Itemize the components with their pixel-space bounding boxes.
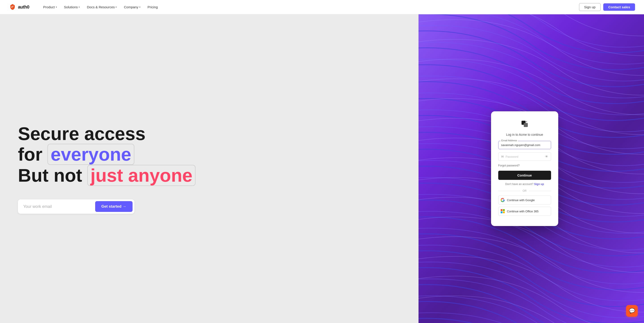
auth-signup-text: Don't have an account? Sign up — [498, 182, 551, 186]
nav-product-label: Product — [43, 5, 55, 9]
headline-part3: But not — [18, 165, 82, 186]
nav-solutions[interactable]: Solutions ▾ — [61, 3, 83, 11]
eye-icon[interactable]: 👁 — [545, 155, 548, 158]
get-started-button[interactable]: Get started → — [95, 201, 132, 212]
headline-just-anyone: just anyone — [87, 165, 196, 186]
navbar: auth0 Product ▾ Solutions ▾ Docs & Resou… — [0, 0, 644, 14]
nav-docs[interactable]: Docs & Resources ▾ — [84, 3, 120, 11]
headline-part1: Secure access — [18, 124, 146, 144]
svg-rect-5 — [501, 212, 502, 213]
hero-right: Log in to Acme to continue Email Address… — [418, 14, 644, 323]
contact-sales-button[interactable]: Contact sales — [603, 3, 635, 11]
chevron-down-icon: ▾ — [116, 6, 117, 8]
svg-rect-4 — [503, 209, 505, 211]
nav-pricing[interactable]: Pricing — [144, 3, 161, 11]
signup-link[interactable]: Sign up — [534, 182, 544, 186]
auth-card: Log in to Acme to continue Email Address… — [491, 111, 558, 226]
nav-solutions-label: Solutions — [64, 5, 78, 9]
svg-point-2 — [526, 121, 527, 122]
chat-button[interactable]: 💬 — [626, 305, 638, 317]
office365-button-label: Continue with Office 365 — [507, 210, 538, 213]
divider-line-right — [529, 191, 551, 191]
forgot-password-link[interactable]: Forgot password? — [498, 164, 551, 167]
nav-docs-label: Docs & Resources — [87, 5, 115, 9]
chat-icon: 💬 — [629, 308, 635, 314]
password-wrapper: ✉ Password 👁 — [498, 152, 551, 161]
work-email-input[interactable] — [23, 202, 95, 211]
continue-button[interactable]: Continue — [498, 171, 551, 180]
chevron-down-icon: ▾ — [139, 6, 140, 8]
svg-rect-6 — [503, 212, 505, 213]
hero-headline: Secure access for everyone But not just … — [18, 124, 400, 186]
headline-everyone: everyone — [48, 144, 134, 165]
svg-rect-3 — [501, 209, 502, 211]
office365-icon — [501, 209, 505, 213]
continue-with-office365-button[interactable]: Continue with Office 365 — [498, 207, 551, 216]
signup-button[interactable]: Sign up — [579, 3, 601, 11]
hero-left: Secure access for everyone But not just … — [0, 14, 418, 323]
auth-card-logo — [498, 120, 551, 129]
auth-divider: OR — [498, 189, 551, 192]
divider-line-left — [498, 191, 520, 191]
google-button-label: Continue with Google — [507, 198, 535, 202]
nav-company-label: Company — [124, 5, 138, 9]
no-account-text: Don't have an account? — [505, 182, 534, 186]
headline-part2: for — [18, 144, 42, 164]
nav-product[interactable]: Product ▾ — [40, 3, 60, 11]
divider-text: OR — [523, 189, 527, 192]
auth-card-title: Log in to Acme to continue — [498, 133, 551, 136]
logo[interactable]: auth0 — [9, 4, 29, 11]
hero-section: Secure access for everyone But not just … — [0, 14, 644, 323]
auth-email-input[interactable] — [498, 141, 551, 149]
auth-card-logo-icon — [520, 120, 529, 128]
auth-email-label: Email Address — [500, 139, 518, 142]
hero-cta-form: Get started → — [18, 199, 134, 214]
svg-rect-1 — [524, 123, 528, 127]
nav-links: Product ▾ Solutions ▾ Docs & Resources ▾… — [40, 3, 579, 11]
auth-password-field: ✉ Password 👁 — [498, 152, 551, 161]
continue-with-google-button[interactable]: Continue with Google — [498, 196, 551, 204]
auth0-logo-icon — [9, 4, 16, 11]
nav-actions: Sign up Contact sales — [579, 3, 635, 11]
chevron-down-icon: ▾ — [56, 6, 57, 8]
google-icon — [501, 198, 505, 202]
nav-pricing-label: Pricing — [148, 5, 158, 9]
chevron-down-icon: ▾ — [78, 6, 80, 8]
envelope-icon: ✉ — [501, 155, 504, 158]
auth-email-field: Email Address — [498, 141, 551, 149]
logo-text: auth0 — [18, 4, 29, 10]
nav-company[interactable]: Company ▾ — [121, 3, 143, 11]
password-placeholder-text: Password — [506, 155, 545, 158]
